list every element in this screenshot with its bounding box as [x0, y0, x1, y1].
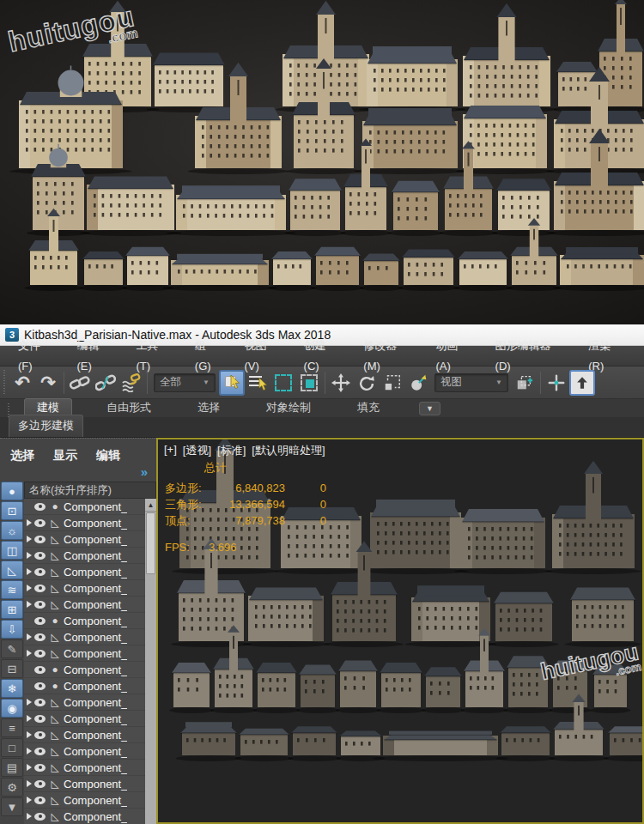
explorer-menu-1[interactable]: 显示	[53, 448, 77, 464]
viewport-shading-menu[interactable]: [默认明暗处理]	[252, 443, 325, 458]
scene-row-15[interactable]: ◺Component_	[24, 743, 145, 759]
viewport-standard-menu[interactable]: [标准]	[217, 443, 246, 458]
visibility-eye-icon[interactable]	[34, 633, 46, 641]
expand-arrow-icon[interactable]	[27, 731, 32, 738]
helpers-filter-icon[interactable]: ◺	[1, 560, 23, 579]
visibility-eye-icon[interactable]	[34, 585, 46, 592]
hidden-filter-icon[interactable]: ◉	[1, 699, 23, 718]
ribbon-tab-3[interactable]: 对象绘制	[254, 399, 323, 417]
viewport-plus-menu[interactable]: [+]	[164, 443, 177, 458]
visibility-eye-icon[interactable]	[34, 682, 46, 690]
expand-arrow-icon[interactable]	[27, 715, 32, 722]
visibility-eye-icon[interactable]	[34, 519, 46, 527]
unlink-selection-button[interactable]	[93, 370, 118, 396]
scene-row-18[interactable]: ◺Component_	[24, 792, 145, 808]
ribbon-overflow-button[interactable]: ▼	[419, 402, 440, 415]
visibility-eye-icon[interactable]	[34, 503, 46, 511]
scene-row-6[interactable]: ◺Component_	[24, 597, 145, 612]
scene-row-3[interactable]: ◺Component_	[24, 548, 145, 563]
list-view-filter-icon[interactable]: ≡	[1, 718, 23, 737]
expand-arrow-icon[interactable]	[27, 585, 32, 591]
scene-row-14[interactable]: ◺Component_	[24, 727, 145, 742]
list-scrollbar[interactable]: ▲	[145, 499, 156, 824]
scene-row-5[interactable]: ◺Component_	[24, 580, 145, 596]
scroll-up-button[interactable]: ▲	[145, 499, 156, 512]
filter-filter-icon[interactable]: ▼	[1, 797, 23, 816]
select-by-name-button[interactable]	[245, 370, 270, 396]
select-object-button[interactable]	[219, 370, 245, 396]
crossing-selection-button[interactable]	[296, 370, 322, 396]
shapes-filter-icon[interactable]: ⊡	[1, 501, 23, 520]
menu-item-7[interactable]: 动画(A)	[425, 336, 484, 377]
visibility-eye-icon[interactable]	[34, 601, 46, 609]
toolbar-drag-handle[interactable]	[2, 370, 8, 396]
use-pivot-center-button[interactable]	[512, 370, 538, 396]
containers-filter-icon[interactable]: ⊟	[1, 659, 23, 678]
scene-row-10[interactable]: ●Component_	[24, 662, 145, 677]
visibility-eye-icon[interactable]	[34, 731, 46, 739]
xrefs-filter-icon[interactable]: ⇩	[1, 620, 23, 639]
visibility-eye-icon[interactable]	[34, 715, 46, 723]
scene-row-8[interactable]: ◺Component_	[24, 629, 145, 645]
select-and-move-button[interactable]	[328, 370, 354, 396]
expand-arrow-icon[interactable]	[27, 519, 32, 526]
visibility-eye-icon[interactable]	[34, 797, 46, 804]
expand-arrow-icon[interactable]	[27, 699, 32, 706]
bind-to-space-warp-button[interactable]	[118, 370, 144, 396]
ribbon-tab-1[interactable]: 自由形式	[94, 399, 163, 417]
expand-chevron-icon[interactable]: »	[141, 464, 148, 479]
perspective-viewport[interactable]: [+][透视][标准][默认明暗处理] 总计多边形:6,840,8230三角形:…	[156, 438, 644, 824]
expand-arrow-icon[interactable]	[27, 552, 32, 559]
frozen-filter-icon[interactable]: ❄	[1, 679, 23, 698]
scene-row-0[interactable]: ●Component_	[24, 499, 145, 514]
scene-row-7[interactable]: ●Component_	[24, 613, 145, 628]
visibility-eye-icon[interactable]	[34, 536, 46, 543]
scene-row-13[interactable]: ◺Component_	[24, 711, 145, 726]
materials-filter-icon[interactable]: □	[1, 738, 23, 757]
redo-button[interactable]: ↷	[35, 370, 61, 396]
viewport-view-menu[interactable]: [透视]	[183, 443, 211, 458]
visibility-eye-icon[interactable]	[34, 780, 46, 788]
expand-arrow-icon[interactable]	[27, 813, 32, 820]
select-and-manipulate-button[interactable]	[405, 370, 431, 396]
expand-arrow-icon[interactable]	[27, 748, 32, 754]
selection-filter-dropdown[interactable]: 全部 ▼	[154, 373, 216, 392]
rectangular-selection-region-button[interactable]	[270, 370, 296, 396]
expand-arrow-icon[interactable]	[27, 650, 32, 657]
name-column-header[interactable]: 名称(按升序排序)	[24, 482, 156, 499]
scene-row-11[interactable]: ●Component_	[24, 678, 145, 694]
tab-polygon-modeling[interactable]: 多边形建模	[9, 415, 83, 437]
select-and-rotate-button[interactable]	[354, 370, 380, 396]
visibility-eye-icon[interactable]	[34, 748, 46, 755]
scene-row-1[interactable]: ◺Component_	[24, 515, 145, 530]
filter-config-filter-icon[interactable]: ⚙	[1, 778, 23, 797]
lights-filter-icon[interactable]: ☼	[1, 521, 23, 540]
cameras-filter-icon[interactable]: ◫	[1, 541, 23, 560]
select-and-place-button[interactable]	[544, 370, 569, 396]
geometry-filter-icon[interactable]: ●	[1, 482, 23, 500]
visibility-eye-icon[interactable]	[34, 568, 46, 576]
explorer-menu-2[interactable]: 编辑	[96, 448, 120, 464]
expand-arrow-icon[interactable]	[27, 536, 32, 542]
scene-row-19[interactable]: ◺Component_	[24, 809, 145, 824]
scene-row-2[interactable]: ◺Component_	[24, 531, 145, 547]
expand-arrow-icon[interactable]	[27, 780, 32, 787]
scene-row-4[interactable]: ◺Component_	[24, 564, 145, 579]
visibility-eye-icon[interactable]	[34, 552, 46, 560]
scrollbar-thumb[interactable]	[146, 512, 155, 574]
visibility-eye-icon[interactable]	[34, 650, 46, 657]
expand-arrow-icon[interactable]	[27, 601, 32, 608]
space-warps-filter-icon[interactable]: ≋	[1, 580, 23, 599]
reference-coordinate-dropdown[interactable]: 视图 ▼	[434, 373, 508, 392]
expand-arrow-icon[interactable]	[27, 764, 32, 771]
snaps-toggle-button[interactable]	[569, 370, 595, 396]
scene-row-16[interactable]: ◺Component_	[24, 760, 145, 775]
ribbon-tab-2[interactable]: 选择	[185, 399, 232, 417]
groups-filter-icon[interactable]: ⊞	[1, 600, 23, 619]
undo-button[interactable]: ↶	[9, 370, 35, 396]
select-and-scale-button[interactable]	[380, 370, 405, 396]
scene-row-17[interactable]: ◺Component_	[24, 776, 145, 791]
visibility-eye-icon[interactable]	[34, 764, 46, 772]
scene-row-12[interactable]: ◺Component_	[24, 694, 145, 710]
visibility-eye-icon[interactable]	[34, 666, 46, 674]
